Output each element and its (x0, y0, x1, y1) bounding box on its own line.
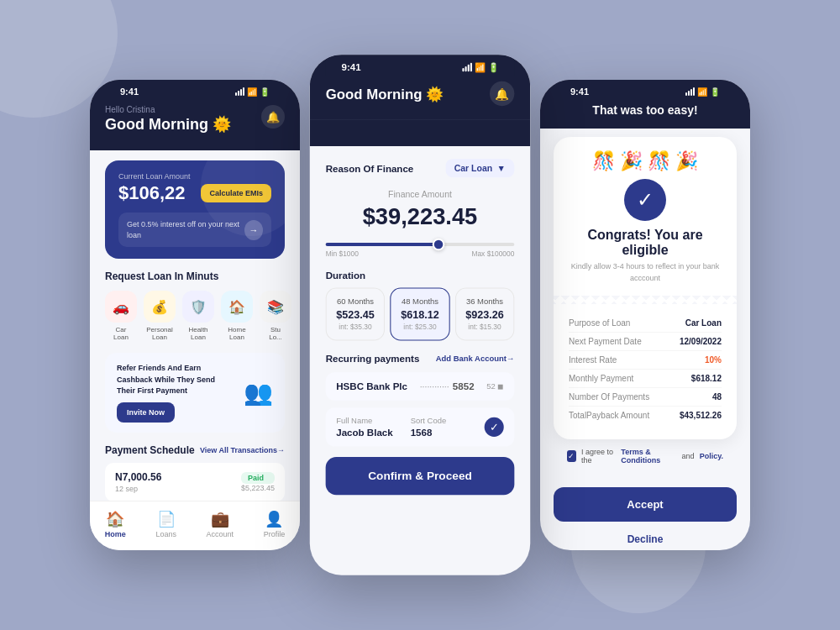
bank-dots: ············ (420, 381, 449, 391)
header-row-2: Good Morning 🌞 🔔 (326, 81, 515, 106)
referral-illustration: 👥 (244, 379, 273, 407)
loan-type-personal[interactable]: 💰 PersonalLoan (144, 291, 176, 341)
bell-button[interactable]: 🔔 (261, 105, 285, 129)
detail-value-payment-date: 12/09/2022 (680, 337, 722, 346)
detail-value-monthly: $618.12 (691, 374, 722, 383)
confetti-decoration: 🎊 🎉 🎊 🎉 (567, 150, 723, 172)
bell-button-2[interactable]: 🔔 (490, 81, 514, 106)
payment-status: Paid $5,223.45 (241, 472, 275, 492)
recurring-title: Recurring payments (326, 353, 420, 364)
detail-key-num-payments: Number Of Payments (569, 392, 649, 402)
nav-loans[interactable]: 📄 Loans (155, 510, 176, 538)
phone3-header-title: That was too easy! (555, 103, 735, 117)
slider-track[interactable] (326, 243, 515, 246)
detail-key-payment-date: Next Payment Date (569, 337, 642, 346)
accept-button[interactable]: Accept (554, 487, 737, 522)
loan-section-title: Request Loan In Minuts (105, 270, 285, 282)
duration-48-months: 48 Months (396, 297, 444, 307)
home-label: HomeLoan (228, 326, 245, 341)
slider-labels: Min $1000 Max $100000 (326, 249, 515, 257)
loan-type-car[interactable]: 🚗 CarLoan (105, 291, 137, 341)
terms-text: I agree to the (581, 448, 616, 465)
loan-type-home[interactable]: 🏠 HomeLoan (221, 291, 253, 341)
loans-nav-icon: 📄 (157, 510, 176, 528)
finance-label: Finance Amount (326, 190, 515, 200)
signal-icon (235, 87, 244, 96)
personal-label: PersonalLoan (146, 326, 173, 341)
account-nav-icon: 💼 (211, 510, 229, 528)
profile-nav-label: Profile (264, 530, 286, 538)
status-time-2: 9:41 (342, 62, 361, 73)
congrats-title: Congrats! You are eligible (567, 228, 723, 258)
detail-row-payment-date: Next Payment Date 12/09/2022 (569, 333, 722, 351)
duration-36-int: int: $15.30 (461, 323, 508, 330)
greeting-main-2: Good Morning 🌞 (326, 85, 444, 102)
slider-max: Max $100000 (471, 249, 514, 257)
detail-row-total: TotalPayback Amount $43,512.26 (569, 407, 722, 424)
add-bank-link[interactable]: Add Bank Account→ (436, 354, 515, 363)
wifi-icon-2: 📶 (475, 62, 486, 72)
confirm-button[interactable]: Confirm & Proceed (326, 457, 515, 495)
zigzag-divider (554, 296, 737, 304)
health-label: HealthLoan (188, 326, 207, 341)
duration-48[interactable]: 48 Months $618.12 int: $25.30 (391, 287, 450, 340)
referral-text: Refer Friends And Earn Cashback While Th… (117, 363, 218, 397)
terms-checkbox[interactable]: ✓ (567, 450, 576, 462)
check-icon: ✓ (485, 417, 504, 437)
detail-row-purpose: Purpose of Loan Car Loan (569, 314, 722, 333)
terms-link-policy[interactable]: Policy. (700, 452, 723, 460)
slider-fill (326, 243, 439, 246)
nav-home[interactable]: 🏠 Home (105, 510, 126, 538)
decline-button[interactable]: Decline (540, 528, 750, 550)
recurring-header: Recurring payments Add Bank Account→ (326, 353, 515, 364)
phone2-header: 9:41 📶 🔋 Good Morning 🌞 🔔 (310, 55, 531, 120)
reason-row: Reason Of Finance Car Loan ▼ (326, 146, 515, 177)
duration-title: Duration (326, 270, 515, 281)
signal-icon-2 (462, 63, 472, 72)
student-icon: 📚 (260, 291, 291, 323)
bank-right-info: 52 ◼ (486, 382, 503, 391)
invite-button[interactable]: Invite Now (117, 402, 175, 423)
status-icons-3: 📶 🔋 (685, 87, 720, 97)
greeting-sub: Hello Cristina (105, 105, 231, 114)
nav-account[interactable]: 💼 Account (207, 510, 234, 538)
phone-finance: 9:41 📶 🔋 Good Morning 🌞 🔔 (310, 55, 531, 575)
detail-key-purpose: Purpose of Loan (569, 318, 630, 328)
duration-60[interactable]: 60 Months $523.45 int: $35.30 (326, 287, 386, 340)
referral-content: Refer Friends And Earn Cashback While Th… (117, 363, 218, 423)
header-row-1: Hello Cristina Good Morning 🌞 🔔 (105, 105, 285, 134)
finance-amount: $39,223.45 (326, 203, 515, 231)
loan-types: 🚗 CarLoan 💰 PersonalLoan 🛡️ HealthLoan 🏠… (105, 291, 285, 341)
referral-banner: Refer Friends And Earn Cashback While Th… (105, 353, 285, 433)
status-time-1: 9:41 (120, 87, 139, 97)
duration-36-months: 36 Months (461, 297, 508, 307)
status-time-3: 9:41 (570, 87, 589, 97)
reason-value: Car Loan (454, 163, 493, 173)
detail-value-total: $43,512.26 (680, 411, 722, 420)
duration-36[interactable]: 36 Months $923.26 int: $15.30 (455, 287, 515, 340)
battery-icon: 🔋 (260, 87, 270, 97)
duration-cards: 60 Months $523.45 int: $35.30 48 Months … (326, 287, 515, 340)
nav-profile[interactable]: 👤 Profile (264, 510, 286, 538)
payment-sub-amount: $5,223.45 (241, 484, 275, 492)
view-all-link[interactable]: View All Transactions→ (200, 446, 285, 454)
loan-type-student[interactable]: 📚 StuLo... (260, 291, 291, 341)
loan-amount: $106,22 (118, 182, 186, 204)
wifi-icon-3: 📶 (697, 87, 707, 97)
full-name-value: Jacob Black (336, 427, 392, 438)
slider-thumb[interactable] (433, 239, 445, 251)
home-nav-icon: 🏠 (106, 510, 124, 528)
detail-row-num-payments: Number Of Payments 48 (569, 388, 722, 407)
status-icons-2: 📶 🔋 (462, 62, 498, 72)
payment-schedule-header: Payment Schedule View All Transactions→ (105, 444, 285, 456)
detail-value-num-payments: 48 (712, 392, 722, 402)
loan-type-health[interactable]: 🛡️ HealthLoan (182, 291, 214, 341)
phone1-body: Request Loan In Minuts 🚗 CarLoan 💰 Perso… (90, 259, 300, 501)
bank-info: HSBC Bank Plc (336, 381, 407, 392)
phone-congrats: 9:41 📶 🔋 That was too easy! 🎊 🎉 🎊 🎉 (540, 80, 750, 550)
phone-home: 9:41 📶 🔋 Hello Cristina Good Morning 🌞 (90, 80, 300, 550)
bank-detail-row: Full Name Jacob Black Sort Code 1568 ✓ (326, 407, 515, 446)
terms-link-conditions[interactable]: Terms & Conditions (621, 448, 676, 465)
detail-key-total: TotalPayback Amount (569, 411, 649, 420)
reason-dropdown[interactable]: Car Loan ▼ (445, 159, 514, 177)
